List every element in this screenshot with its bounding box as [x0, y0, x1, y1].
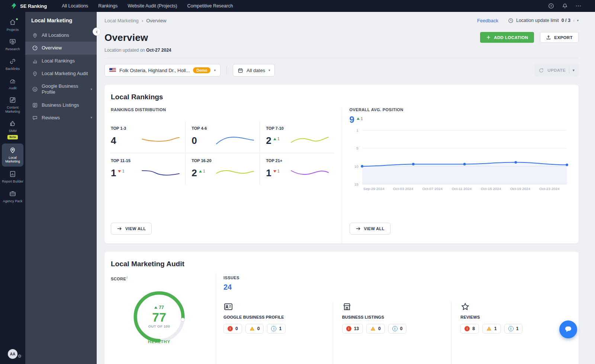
bucket-top-4-6: TOP 4-6 0	[185, 121, 260, 153]
update-button[interactable]: UPDATE ▾	[534, 64, 579, 77]
rail-item-audit[interactable]: Audit	[0, 74, 25, 93]
sidebar-item-reviews[interactable]: Reviews ▾	[25, 112, 97, 124]
rail-label: Content Marketing	[1, 106, 25, 113]
rail-label: Agency Pack	[3, 199, 23, 203]
arrow-up-icon	[273, 138, 276, 140]
chat-widget-button[interactable]	[559, 320, 577, 338]
error-icon: !	[346, 326, 351, 331]
add-location-button[interactable]: ADD LOCATION	[480, 32, 534, 43]
rail-item-content-marketing[interactable]: Content Marketing	[0, 93, 25, 117]
warnings-badge[interactable]: !0	[366, 324, 385, 334]
sparkline	[216, 136, 254, 145]
notifications-bell-icon[interactable]	[562, 3, 568, 9]
location-update-limit[interactable]: Location update limit 0 / 3 i ▾	[508, 18, 579, 23]
contact-card-icon	[223, 302, 233, 312]
breadcrumb-separator: ›	[142, 18, 143, 23]
sidebar-item-all-locations[interactable]: All Locations	[25, 29, 97, 42]
briefcase-icon	[9, 190, 16, 197]
rail-item-local-marketing[interactable]: Local Marketing	[2, 144, 23, 167]
arrow-up-icon	[154, 306, 157, 309]
sidebar-collapse-button[interactable]: ‹	[93, 28, 101, 36]
user-avatar[interactable]: AA	[8, 349, 17, 359]
svg-text:!: !	[489, 328, 490, 331]
rankings-distribution-label: RANKINGS DISTRIBUTION	[111, 107, 334, 112]
score-value: 77	[152, 311, 166, 323]
breadcrumb-current: Overview	[146, 18, 166, 23]
more-menu-icon[interactable]: ⋯	[575, 4, 582, 8]
bucket-value: 2	[192, 168, 197, 178]
svg-text:!: !	[251, 328, 253, 331]
category-label: GOOGLE BUSINESS PROFILE	[223, 315, 326, 319]
score-label: SCOREi	[111, 276, 216, 281]
date-range-selector[interactable]: All dates ▾	[233, 64, 275, 77]
bucket-label: TOP 4-6	[192, 126, 254, 131]
pin-icon	[32, 32, 38, 38]
sidebar-item-label: All Locations	[42, 32, 69, 38]
warnings-badge[interactable]: !0	[245, 324, 264, 334]
location-selector[interactable]: Folk Osteria, Highland Dr., Holl... Demo…	[104, 64, 221, 77]
sidebar-item-label: Business Listings	[42, 102, 79, 108]
warning-icon: !	[250, 326, 255, 331]
sidebar-item-business-listings[interactable]: Business Listings	[25, 99, 97, 112]
rail-item-agency-pack[interactable]: Agency Pack	[0, 187, 25, 206]
help-icon[interactable]: ?	[548, 3, 554, 9]
notices-badge[interactable]: i1	[504, 324, 523, 334]
overall-avg-position-label: OVERALL AVG. POSITION	[350, 107, 570, 112]
bucket-top-1-3: TOP 1-3 4	[111, 121, 185, 153]
top-nav: All Locations Rankings Website Audit (Pr…	[62, 3, 233, 9]
audit-pin-icon	[32, 71, 38, 77]
arrow-down-icon	[118, 170, 121, 173]
avg-position-view-all-button[interactable]: VIEW ALL	[350, 223, 390, 235]
breadcrumb-parent[interactable]: Local Marketing	[104, 18, 139, 23]
topnav-website-audit[interactable]: Website Audit (Projects)	[128, 3, 177, 9]
warning-icon: !	[370, 326, 376, 331]
settings-gear-icon[interactable]: ⚙	[17, 354, 22, 359]
brand-name: SE Ranking	[20, 3, 47, 9]
rail-item-smm[interactable]: SMM Beta	[0, 117, 25, 143]
rail-item-research[interactable]: Research	[0, 35, 25, 54]
plus-icon	[486, 35, 491, 40]
sparkline	[216, 168, 254, 178]
chevron-down-icon[interactable]: ▾	[573, 68, 575, 72]
feedback-link[interactable]: Feedback	[477, 18, 498, 23]
bucket-delta: 1	[273, 169, 280, 173]
category-reviews: REVIEWS !8 !1 i1	[451, 302, 570, 364]
avg-position-delta: 1	[357, 116, 363, 121]
arrow-up-icon	[357, 117, 360, 120]
overview-icon	[32, 45, 38, 51]
toolbar-divider	[226, 66, 227, 74]
rankings-view-all-button[interactable]: VIEW ALL	[111, 223, 152, 235]
sidebar-item-overview[interactable]: Overview	[25, 42, 97, 54]
google-icon: G	[32, 86, 38, 92]
link-icon	[9, 58, 16, 65]
rail-item-report-builder[interactable]: Report Builder	[0, 167, 25, 187]
warnings-badge[interactable]: !1	[482, 324, 501, 334]
local-rankings-card: Local Rankings RANKINGS DISTRIBUTION TOP…	[104, 85, 579, 244]
brand[interactable]: SE Ranking	[10, 3, 47, 9]
rail-item-backlinks[interactable]: Backlinks	[0, 55, 25, 74]
errors-badge[interactable]: !8	[460, 324, 479, 334]
sidebar-item-label: Reviews	[42, 115, 60, 121]
topnav-competitive-research[interactable]: Competitive Research	[187, 3, 233, 9]
bucket-delta: 1	[199, 169, 205, 173]
notices-badge[interactable]: i1	[267, 324, 286, 334]
topnav-all-locations[interactable]: All Locations	[62, 3, 88, 9]
sidebar-item-google-business-profile[interactable]: G Google Business Profile ▾	[25, 80, 97, 99]
local-rankings-title: Local Rankings	[104, 85, 579, 101]
export-button[interactable]: EXPORT	[540, 32, 579, 43]
errors-badge[interactable]: !0	[223, 324, 242, 334]
arrow-down-icon	[273, 170, 276, 173]
svg-text:Oct-19 2024: Oct-19 2024	[510, 187, 530, 191]
notice-icon: i	[271, 326, 276, 331]
sidebar-item-local-marketing-audit[interactable]: Local Marketing Audit	[25, 67, 97, 80]
rail-item-projects[interactable]: Projects	[0, 16, 25, 35]
sidebar-item-local-rankings[interactable]: Local Rankings	[25, 55, 97, 67]
errors-badge[interactable]: !13	[342, 324, 363, 334]
refresh-icon	[538, 68, 544, 73]
sidebar-item-label: Local Rankings	[42, 58, 75, 64]
topnav-rankings[interactable]: Rankings	[98, 3, 118, 9]
location-updated-line: Location updated on Oct-27 2024	[104, 48, 579, 58]
error-icon: !	[464, 326, 470, 331]
bucket-top-21-plus: TOP 21+ 1 1	[260, 153, 334, 185]
notices-badge[interactable]: i0	[388, 324, 407, 334]
